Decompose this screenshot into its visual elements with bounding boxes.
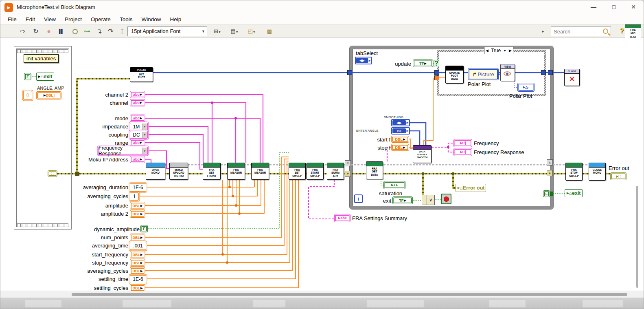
highlight-execution-button[interactable] [70, 26, 80, 37]
menu-window[interactable]: Window [137, 15, 165, 23]
error-out-indicator[interactable]: ▶∷ [610, 172, 626, 180]
shift-register-right-gray[interactable]: ▲ [547, 159, 553, 166]
frequency-response-ring[interactable]: Frequency Response▼ [98, 147, 148, 155]
fra-measurement-node-2[interactable]: FRA MEASUR [251, 163, 269, 180]
menu-view[interactable]: View [40, 15, 60, 23]
stop-f-control[interactable]: DBL▶ [391, 144, 409, 151]
maximize-button[interactable]: □ [605, 0, 623, 14]
error-out-local-variable[interactable]: ▶⌂Error out [456, 184, 486, 192]
smoothing-control[interactable]: ◀▶▶ [391, 119, 410, 126]
search-box[interactable] [551, 26, 611, 36]
case-selector-label[interactable]: ◀ True ▼ ▶ [484, 47, 513, 54]
zero-constant[interactable]: 0 [23, 91, 32, 100]
view-node[interactable]: VIEW [500, 64, 515, 81]
exit-control[interactable]: TF▶ [392, 196, 413, 204]
case-next-icon[interactable]: ▶ [508, 49, 513, 53]
coupling-ring[interactable]: DC▼ [130, 131, 148, 139]
menu-operate[interactable]: Operate [87, 15, 115, 23]
fra-summary-node[interactable]: FRA SUMM ARY [327, 163, 344, 180]
fra-get-data-node[interactable]: FRA GET DATA [366, 161, 383, 179]
angle-amp-array-local[interactable]: ▶DBL] [36, 91, 61, 99]
fra-stop-sweep-node[interactable]: FRA STOP SWEEP [565, 163, 583, 181]
frequency-response-indicator[interactable]: ▶∷] [453, 148, 472, 156]
open-moku-node[interactable]: OPEN MOKU [146, 163, 165, 180]
start-frequency-control[interactable]: DBL▶ [130, 251, 145, 258]
dropdown-icon[interactable]: ▼ [142, 148, 147, 154]
averaging-time-constant[interactable]: .001 [130, 242, 146, 250]
horizontal-scrollbar[interactable] [0, 291, 644, 298]
start-f-control[interactable]: DBL▶ [391, 136, 409, 143]
picture-property-node[interactable]: ↱Picture [469, 69, 498, 79]
false-constant[interactable]: F [24, 73, 31, 80]
polar-plot-indicator[interactable]: ▶△▫ [517, 83, 534, 92]
cleanup-diagram-button[interactable]: ▩ [264, 26, 275, 37]
step-over-button[interactable]: ↷ [105, 26, 116, 37]
impedance-ring[interactable]: 1M▼ [130, 123, 148, 130]
run-continuous-button[interactable]: ↻ [31, 26, 41, 37]
distribute-objects-button[interactable]: ▤▼ [229, 26, 240, 37]
search-input[interactable] [554, 27, 602, 35]
menu-help[interactable]: Help [166, 15, 185, 23]
exit-local-variable[interactable]: ▶⌂exit [36, 73, 54, 81]
horizontal-scrollbar-thumb[interactable] [72, 293, 627, 296]
false-constant-right[interactable]: F [543, 190, 550, 197]
num-points-control[interactable]: DBL▶ [130, 234, 145, 241]
abort-button[interactable]: ● [44, 26, 54, 37]
font-selector[interactable]: 15pt Application Font▼ [127, 26, 207, 36]
settling-time-constant[interactable]: 1E-6 [130, 275, 146, 283]
mode-control[interactable]: abc▶ [130, 115, 145, 122]
run-button[interactable]: ⇨ [18, 26, 28, 37]
shift-register-right-olive[interactable]: ▲ [547, 170, 553, 176]
shift-register-left-gray[interactable]: ▼ [345, 160, 351, 166]
frequency-indicator[interactable]: ▶∷] [453, 139, 472, 147]
menu-edit[interactable]: Edit [22, 15, 39, 23]
or-compound-node[interactable]: ∨ [422, 195, 435, 205]
amplitude-control[interactable]: DBL▶ [130, 202, 145, 210]
fra-measurement-node-1[interactable]: FRA MEASUR [227, 163, 245, 180]
resize-objects-button[interactable]: ◰▼ [246, 26, 257, 37]
help-button[interactable]: ? [620, 27, 624, 35]
step-into-button[interactable]: ↴ [94, 26, 105, 37]
polar-init-plot-node[interactable]: POLAR INIT PLOT [130, 67, 153, 82]
update-plot-data-node[interactable]: UPDATE PLOT DATA [445, 66, 464, 84]
fra-set-sweep-node[interactable]: FRA SET SWEEP [289, 163, 306, 180]
moku-ip-control[interactable]: abc▶ [130, 156, 145, 163]
case-prev-icon[interactable]: ◀ [484, 49, 490, 53]
vertical-scrollbar-thumb[interactable] [636, 186, 638, 288]
close-window-node[interactable]: CLOSE ✕ [564, 69, 580, 86]
saturation-indicator[interactable]: ▶TF [383, 181, 405, 189]
channel2-control[interactable]: abc▶ [130, 91, 145, 98]
data-subset-smooth-node[interactable]: DATA SUBSET SMOOTH [413, 145, 432, 163]
stop-frequency-control[interactable]: DBL▶ [130, 259, 145, 267]
menu-project[interactable]: Project [61, 15, 86, 23]
fra-start-sweep-node[interactable]: FRA START SWEEP [307, 163, 324, 180]
averaging-duration-constant[interactable]: 1E-6 [130, 183, 146, 192]
minimize-button[interactable]: — [584, 0, 603, 14]
error-cluster-constant[interactable]: ∷ [48, 170, 57, 177]
close-moku-node[interactable]: CLOSE MOKU [589, 163, 606, 181]
dropdown-icon[interactable]: ▼ [142, 124, 147, 130]
enter-angle-control[interactable]: I32▶ [391, 127, 410, 135]
channel-control[interactable]: abc▶ [130, 99, 145, 106]
dropdown-icon[interactable]: ▼ [142, 132, 147, 138]
averaging-cycles2-control[interactable]: DBL▶ [130, 267, 145, 275]
loop-condition-stop-button[interactable] [441, 194, 451, 204]
dropdown-icon[interactable]: ▼ [502, 49, 508, 53]
free-label-note[interactable]: init variables [24, 54, 59, 63]
amplitude2-control[interactable]: DBL▶ [130, 210, 145, 218]
shift-register-left-olive[interactable]: ▼ [345, 171, 351, 177]
close-button[interactable]: ✕ [624, 0, 643, 14]
vi-icon[interactable]: FRA MIC TEST [625, 24, 641, 39]
align-objects-button[interactable]: ⊞▼ [212, 26, 223, 37]
pause-button[interactable]: ▌▌ [56, 26, 66, 37]
menu-file[interactable]: File [4, 15, 21, 23]
moku-upload-instrument-node[interactable]: MOKU UPLOAD INSTRU [169, 163, 188, 180]
retain-wire-values-button[interactable]: ⊶ [82, 26, 92, 37]
menu-tools[interactable]: Tools [116, 15, 137, 23]
tab-select-control[interactable]: ◀▶▶ [355, 57, 372, 64]
exit-local-variable-right[interactable]: ▶⌂exit [565, 189, 583, 197]
averaging-cycles-constant[interactable]: 1 [130, 192, 139, 201]
fra-set-frontend-node[interactable]: FRA SET FRONT [203, 163, 221, 180]
fra-settings-summary-indicator[interactable]: ▶abc [334, 214, 350, 222]
dynamic-amplitude-constant[interactable]: F [140, 225, 148, 232]
